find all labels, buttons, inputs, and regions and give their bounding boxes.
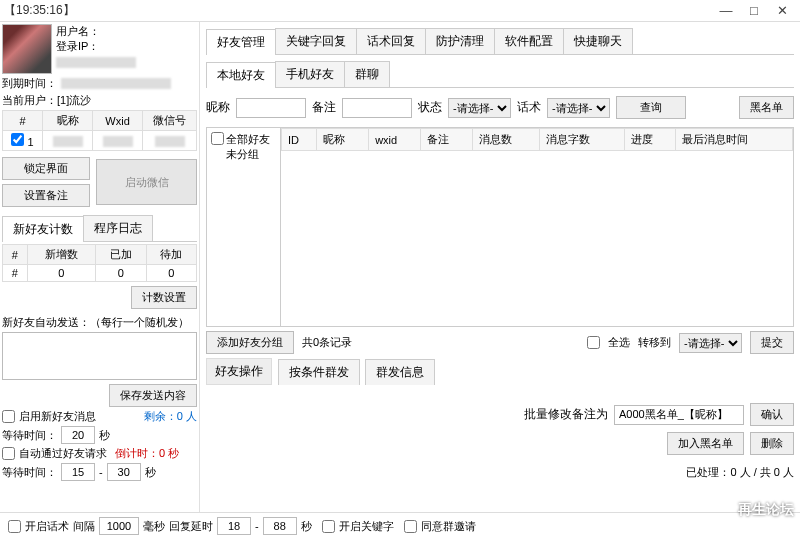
ip-label: 登录IP： <box>56 40 99 52</box>
ops-tab-cond[interactable]: 按条件群发 <box>278 359 360 385</box>
count-settings-button[interactable]: 计数设置 <box>131 286 197 309</box>
watermark: 再生论坛 <box>738 501 794 519</box>
confirm-button[interactable]: 确认 <box>750 403 794 426</box>
nick-label: 昵称 <box>206 99 230 116</box>
user-info: 用户名： 登录IP： <box>56 24 136 74</box>
wait2a-input[interactable] <box>61 463 95 481</box>
count-table: # 新增数 已加 待加 # 0 0 0 <box>2 244 197 282</box>
add-blacklist-button[interactable]: 加入黑名单 <box>667 432 744 455</box>
wait-label: 等待时间： <box>2 428 57 443</box>
ops-label: 好友操作 <box>206 358 272 385</box>
row-check[interactable] <box>11 133 24 146</box>
col-idx: # <box>3 111 43 131</box>
close-button[interactable]: ✕ <box>768 3 796 18</box>
account-table: # 昵称 Wxid 微信号 1 <box>2 110 197 151</box>
nick-input[interactable] <box>236 98 306 118</box>
tree-all-check[interactable] <box>211 132 224 145</box>
subtab-local[interactable]: 本地好友 <box>206 62 276 88</box>
wait2-label: 等待时间： <box>2 465 57 480</box>
col-remark[interactable]: 备注 <box>420 129 472 151</box>
selectall-label: 全选 <box>608 335 630 350</box>
delay1-input[interactable] <box>217 517 251 535</box>
col-nick: 昵称 <box>43 111 93 131</box>
tab-friend-count[interactable]: 新好友计数 <box>2 216 84 242</box>
col-wxid: Wxid <box>93 111 143 131</box>
autosend-textarea[interactable] <box>2 332 197 380</box>
window-title: 【19:35:16】 <box>4 2 712 19</box>
tab-script-reply[interactable]: 话术回复 <box>356 28 426 54</box>
autopass-label: 自动通过好友请求 <box>19 446 107 461</box>
expire-label: 到期时间： <box>2 76 57 91</box>
script-select[interactable]: -请选择- <box>547 98 610 118</box>
submit-button[interactable]: 提交 <box>750 331 794 354</box>
set-remark-button[interactable]: 设置备注 <box>2 184 90 207</box>
col-wxid[interactable]: wxid <box>369 129 421 151</box>
ip-value-blurred <box>56 57 136 68</box>
batch-input[interactable] <box>614 405 744 425</box>
moveto-select[interactable]: -请选择- <box>679 333 742 353</box>
blacklist-button[interactable]: 黑名单 <box>739 96 794 119</box>
batch-label: 批量修改备注为 <box>524 406 608 423</box>
wait2b-input[interactable] <box>107 463 141 481</box>
selectall-check[interactable] <box>587 336 600 349</box>
tab-log[interactable]: 程序日志 <box>83 215 153 241</box>
autosend-title: 新好友自动发送：（每行一个随机发） <box>2 315 197 330</box>
enable-newmsg-label: 启用新好友消息 <box>19 409 96 424</box>
query-button[interactable]: 查询 <box>616 96 686 119</box>
col-id[interactable]: ID <box>282 129 317 151</box>
tab-friend-mgmt[interactable]: 好友管理 <box>206 29 276 55</box>
interval-input[interactable] <box>99 517 139 535</box>
current-user: 当前用户：[1]流沙 <box>2 93 197 108</box>
add-group-button[interactable]: 添加好友分组 <box>206 331 294 354</box>
tab-quickchat[interactable]: 快捷聊天 <box>563 28 633 54</box>
countdown-label: 倒计时：0 秒 <box>115 446 179 461</box>
status-select[interactable]: -请选择- <box>448 98 511 118</box>
ops-tab-mass[interactable]: 群发信息 <box>365 359 435 385</box>
script-label: 话术 <box>517 99 541 116</box>
tab-protect-clean[interactable]: 防护清理 <box>425 28 495 54</box>
col-progress[interactable]: 进度 <box>624 129 676 151</box>
minimize-button[interactable]: — <box>712 3 740 18</box>
col-msgcount[interactable]: 消息数 <box>472 129 540 151</box>
group-tree[interactable]: 全部好友未分组 <box>207 128 281 326</box>
footer-agree-check[interactable] <box>404 520 417 533</box>
wait-input[interactable] <box>61 426 95 444</box>
username-label: 用户名： <box>56 25 100 37</box>
lock-ui-button[interactable]: 锁定界面 <box>2 157 90 180</box>
maximize-button[interactable]: □ <box>740 3 768 18</box>
expire-value-blurred <box>61 78 171 89</box>
col-wxno: 微信号 <box>143 111 197 131</box>
tree-all-label: 全部好友未分组 <box>226 132 270 162</box>
moveto-label: 转移到 <box>638 335 671 350</box>
col-nick[interactable]: 昵称 <box>317 129 369 151</box>
remain-label: 剩余：0 人 <box>144 409 197 424</box>
delete-button[interactable]: 删除 <box>750 432 794 455</box>
status-label: 状态 <box>418 99 442 116</box>
enable-newmsg-check[interactable] <box>2 410 15 423</box>
remark-input[interactable] <box>342 98 412 118</box>
friend-table[interactable]: ID 昵称 wxid 备注 消息数 消息字数 进度 最后消息时间 <box>281 128 793 326</box>
tab-config[interactable]: 软件配置 <box>494 28 564 54</box>
start-wechat-button[interactable]: 启动微信 <box>96 159 197 205</box>
remark-label: 备注 <box>312 99 336 116</box>
subtab-group[interactable]: 群聊 <box>344 61 390 87</box>
col-msgchars[interactable]: 消息字数 <box>540 129 624 151</box>
footer-script-label: 开启话术 <box>25 519 69 534</box>
delay2-input[interactable] <box>263 517 297 535</box>
table-row: # 0 0 0 <box>3 265 197 282</box>
col-lastmsg[interactable]: 最后消息时间 <box>676 129 793 151</box>
save-send-button[interactable]: 保存发送内容 <box>109 384 197 407</box>
table-row[interactable]: 1 <box>3 131 197 151</box>
processed-label: 已处理：0 人 / 共 0 人 <box>206 465 794 480</box>
autopass-check[interactable] <box>2 447 15 460</box>
tab-keyword-reply[interactable]: 关键字回复 <box>275 28 357 54</box>
footer-script-check[interactable] <box>8 520 21 533</box>
footer-keyword-check[interactable] <box>322 520 335 533</box>
avatar <box>2 24 52 74</box>
subtab-phone[interactable]: 手机好友 <box>275 61 345 87</box>
total-label: 共0条记录 <box>302 335 352 350</box>
